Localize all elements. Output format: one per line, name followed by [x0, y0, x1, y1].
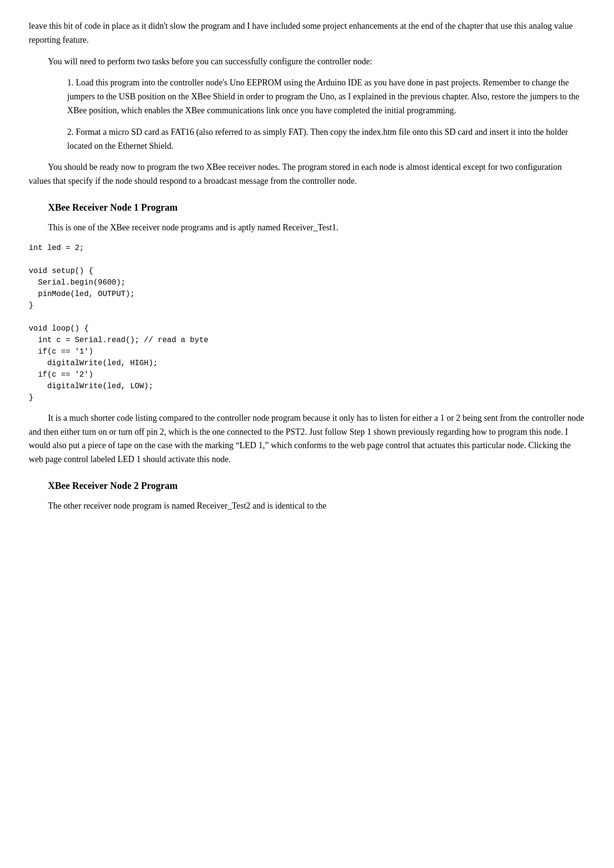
paragraph-3: You should be ready now to program the t… [29, 160, 585, 188]
section-heading-2: XBee Receiver Node 2 Program [48, 478, 585, 493]
list-item-2: 2. Format a micro SD card as FAT16 (also… [67, 125, 585, 153]
paragraph-6: The other receiver node program is named… [48, 499, 585, 513]
paragraph-1: leave this bit of code in place as it di… [29, 19, 585, 47]
paragraph-5: It is a much shorter code listing compar… [29, 411, 585, 466]
paragraph-4: This is one of the XBee receiver node pr… [48, 221, 585, 235]
paragraph-2: You will need to perform two tasks befor… [29, 55, 585, 69]
code-block-1: int led = 2; void setup() { Serial.begin… [29, 242, 585, 404]
list-item-1: 1. Load this program into the controller… [67, 76, 585, 117]
section-heading-1: XBee Receiver Node 1 Program [48, 200, 585, 215]
